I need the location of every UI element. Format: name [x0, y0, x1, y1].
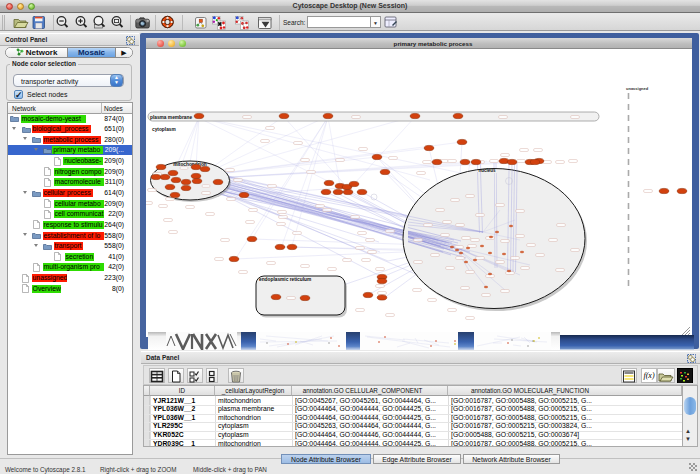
svg-text:unassigned: unassigned: [626, 86, 649, 91]
svg-text:endoplasmic reticulum: endoplasmic reticulum: [259, 277, 311, 282]
svg-text:nucleus: nucleus: [478, 168, 496, 173]
svg-text:mitochondrion: mitochondrion: [173, 162, 207, 167]
svg-text:plasma membrane: plasma membrane: [150, 115, 192, 120]
svg-text:cytoplasm: cytoplasm: [152, 127, 176, 132]
